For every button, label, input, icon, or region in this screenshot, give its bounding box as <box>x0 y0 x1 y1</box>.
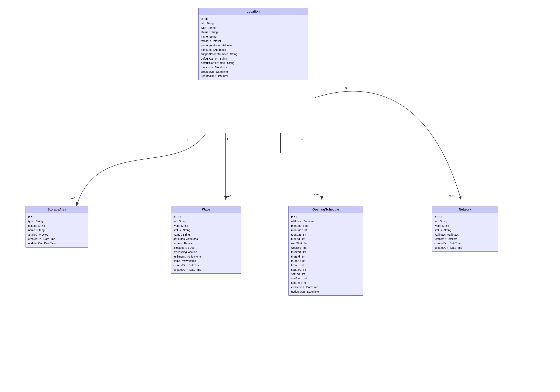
wave-field-12: updatedOn : DateTime <box>173 268 239 272</box>
network-field-0: id : ID <box>434 215 496 219</box>
opening-schedule-class: OpeningSchedule id : ID allHours : Boole… <box>289 206 363 296</box>
location-field-6: primaryAddress : Address <box>201 43 305 48</box>
storage-area-field-6: updatedOn : DateTime <box>28 241 86 245</box>
wave-header: Wave <box>171 206 241 213</box>
location-field-11: manifests : Manifests <box>201 65 305 69</box>
wave-field-7: allocatedTo : User <box>173 246 239 250</box>
wave-field-1: ref : String <box>173 219 239 223</box>
opening-field-8: thuStart : Int <box>291 250 360 254</box>
storage-area-body: id : ID type : String status : String na… <box>26 213 88 247</box>
network-field-6: createdOn : DateTime <box>434 241 496 245</box>
opening-field-14: sunStart : Int <box>291 276 360 280</box>
opening-field-6: wedStart : Int <box>291 241 360 245</box>
mult-loc-opening-loc: 1 <box>301 137 303 140</box>
storage-area-field-4: articles : Articles <box>28 232 86 237</box>
wave-field-6: retailer : Retailer <box>173 241 239 245</box>
wave-field-0: id : ID <box>173 215 239 219</box>
wave-field-4: name : String <box>173 232 239 237</box>
mult-loc-wave-loc: 1 <box>227 137 228 140</box>
storage-area-field-2: status : String <box>28 224 86 228</box>
location-field-0: id : ID <box>201 17 305 21</box>
network-body: id : ID ref : String type : String statu… <box>432 213 498 251</box>
opening-field-12: satStart : Int <box>291 268 360 272</box>
location-field-2: type : String <box>201 26 305 30</box>
network-class: Network id : ID ref : String type : Stri… <box>432 206 498 252</box>
storage-area-class: StorageArea id : ID type : String status… <box>26 206 88 248</box>
storage-area-field-5: createdOn : DateTime <box>28 237 86 241</box>
wave-class: Wave id : ID ref : String type : String … <box>171 206 241 274</box>
wave-field-8: processingLocation <box>173 250 239 254</box>
network-field-3: status : String <box>434 228 496 232</box>
opening-field-5: tueEnd : Int <box>291 237 360 241</box>
location-field-3: status : String <box>201 30 305 34</box>
mult-loc-storage-stor: 0..* <box>71 196 75 199</box>
location-body: id : ID ref : String type : String statu… <box>199 15 308 80</box>
network-field-1: ref : String <box>434 219 496 223</box>
opening-field-0: id : ID <box>291 215 360 219</box>
location-field-1: ref : String <box>201 21 305 26</box>
opening-field-11: friEnd : Int <box>291 263 360 267</box>
storage-area-field-1: type : String <box>28 219 86 223</box>
opening-field-10: friStart : Int <box>291 259 360 263</box>
location-field-12: createdOn : DateTime <box>201 70 305 74</box>
mult-loc-storage-loc: 1 <box>186 137 188 140</box>
location-header: Location <box>199 8 308 15</box>
mult-loc-wave-wave: 0..* <box>227 194 231 197</box>
network-field-5: retailers : Retailers <box>434 237 496 241</box>
mult-loc-network-net: 0..* <box>449 194 453 197</box>
location-field-9: defaultCarrier : String <box>201 57 305 61</box>
location-field-13: updatedOn : DateTime <box>201 74 305 78</box>
location-field-4: name: String <box>201 35 305 39</box>
storage-area-field-0: id : ID <box>28 215 86 219</box>
opening-field-15: sunEnd : Int <box>291 281 360 285</box>
wave-field-10: items : WaveItems <box>173 259 239 263</box>
opening-field-2: monStart : Int <box>291 224 360 228</box>
opening-field-3: monEnd : Int <box>291 228 360 232</box>
wave-field-11: createdOn : DateTime <box>173 263 239 267</box>
opening-field-4: tueStart : Int <box>291 232 360 237</box>
opening-schedule-header: OpeningSchedule <box>289 206 363 213</box>
storage-area-field-3: name : String <box>28 228 86 232</box>
opening-field-7: wedEnd : Int <box>291 246 360 250</box>
opening-field-1: allHours : Boolean <box>291 219 360 223</box>
network-header: Network <box>432 206 498 213</box>
opening-schedule-body: id : ID allHours : Boolean monStart : In… <box>289 213 363 295</box>
location-field-5: retailer : Retailer <box>201 39 305 43</box>
location-class: Location id : ID ref : String type : Str… <box>198 8 308 80</box>
storage-area-header: StorageArea <box>26 206 88 213</box>
wave-field-3: status : String <box>173 228 239 232</box>
network-field-2: type : String <box>434 224 496 228</box>
wave-field-2: type : String <box>173 224 239 228</box>
location-field-8: supportPhoneNumber : String <box>201 52 305 56</box>
opening-field-17: updatedOn : DateTime <box>291 289 360 294</box>
wave-field-9: fulfilments: Fulfulments <box>173 254 239 259</box>
location-field-7: attributes : Attributes <box>201 48 305 52</box>
network-field-4: attributes: Attributes <box>434 232 496 237</box>
mult-loc-network-loc: 0..* <box>345 86 350 89</box>
location-field-10: defaultCarrierName : String <box>201 61 305 65</box>
opening-field-9: thuEnd : Int <box>291 254 360 259</box>
wave-body: id : ID ref : String type : String statu… <box>171 213 241 273</box>
wave-field-5: attributes: Attributes <box>173 237 239 241</box>
opening-field-16: createdOn : DateTime <box>291 285 360 289</box>
opening-field-13: satEnd : Int <box>291 272 360 276</box>
mult-loc-opening-open: 0..1 <box>314 192 319 195</box>
network-field-7: updatedOn : DateTime <box>434 246 496 250</box>
